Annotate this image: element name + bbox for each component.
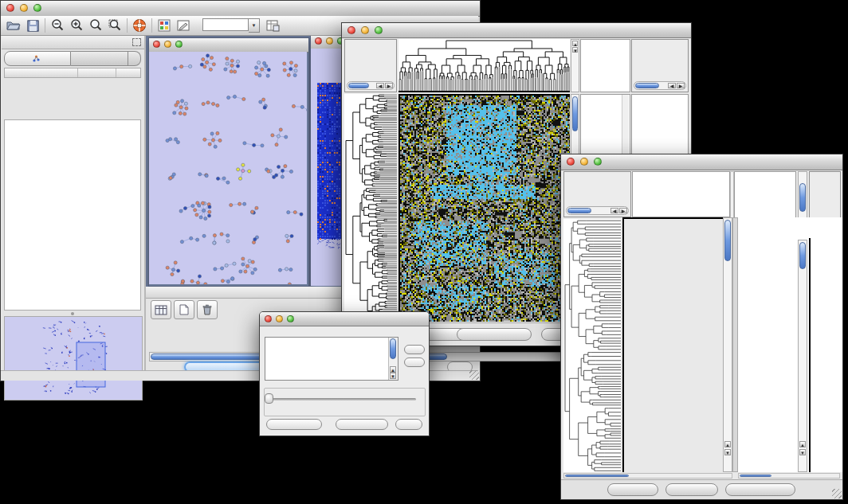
minimize-icon[interactable] xyxy=(361,26,369,34)
new-attribute-icon[interactable] xyxy=(174,300,194,319)
scroll-left-icon[interactable]: ◀ xyxy=(376,83,384,88)
tv2-zoom-hscrollbar[interactable] xyxy=(738,473,840,479)
tv1-row-dendrogram[interactable] xyxy=(344,94,397,322)
done-button[interactable] xyxy=(395,419,422,430)
tv1-hints-scrollbar[interactable]: ◀ ▶ xyxy=(634,81,686,90)
move-down-button[interactable] xyxy=(404,357,425,367)
birdseye-view[interactable] xyxy=(4,316,143,400)
tv2-column-dendrogram[interactable] xyxy=(632,171,730,217)
network-list-empty-area[interactable] xyxy=(4,119,141,311)
minimize-icon[interactable] xyxy=(326,37,333,45)
speed-slider-thumb[interactable] xyxy=(265,393,273,404)
main-titlebar[interactable] xyxy=(1,1,480,17)
close-icon[interactable] xyxy=(6,4,14,12)
tv2-pane-divider[interactable] xyxy=(732,217,738,472)
close-icon[interactable] xyxy=(265,315,272,322)
help-lifering-icon[interactable] xyxy=(130,17,149,34)
minimize-icon[interactable] xyxy=(164,41,171,48)
scroll-right-icon[interactable]: ▶ xyxy=(385,83,393,88)
delete-attribute-trash-icon[interactable] xyxy=(197,300,218,319)
treeview1-titlebar[interactable] xyxy=(342,23,691,38)
vscroll-thumb[interactable] xyxy=(799,242,806,269)
attribute-list-scrollbar[interactable]: ▲ ▼ xyxy=(388,338,398,380)
scroll-down-icon[interactable]: ▼ xyxy=(799,449,806,455)
scroll-right-icon[interactable]: ▶ xyxy=(619,208,627,213)
vscroll-thumb[interactable] xyxy=(799,183,806,212)
close-icon[interactable] xyxy=(153,41,160,48)
network-view-titlebar[interactable] xyxy=(149,38,308,53)
dialog-titlebar[interactable] xyxy=(260,312,429,326)
save-data-button[interactable] xyxy=(665,483,718,496)
col-edges[interactable] xyxy=(116,68,140,77)
tv2-zoom-heatmap[interactable] xyxy=(738,240,797,472)
annotation-icon[interactable] xyxy=(174,17,193,34)
open-folder-icon[interactable] xyxy=(4,17,23,34)
network-table-icon[interactable] xyxy=(263,17,282,34)
zoom-fit-icon[interactable] xyxy=(86,17,105,34)
tv2-row-dendrogram[interactable] xyxy=(563,219,621,472)
export-graphics-button[interactable] xyxy=(725,483,795,496)
scroll-right-icon[interactable]: ▶ xyxy=(677,83,685,88)
col-network[interactable] xyxy=(5,68,78,77)
zoom-window-icon[interactable] xyxy=(375,26,383,34)
save-icon[interactable] xyxy=(23,17,42,34)
scroll-up-icon[interactable]: ▲ xyxy=(572,41,578,46)
settings-button[interactable] xyxy=(607,483,658,496)
search-dropdown-arrow-icon[interactable]: ▼ xyxy=(249,18,260,33)
scroll-up-icon[interactable]: ▲ xyxy=(799,441,806,447)
move-up-button[interactable] xyxy=(404,345,425,354)
scroll-up-icon[interactable]: ▲ xyxy=(724,441,731,447)
tab-overflow-arrow[interactable] xyxy=(128,51,141,66)
minimize-icon[interactable] xyxy=(276,315,283,322)
tv2-zoom-scrollbar[interactable]: ▲ ▼ xyxy=(798,240,807,472)
tv1-column-dendrogram[interactable] xyxy=(398,39,570,92)
export-graphics-button[interactable] xyxy=(457,328,532,341)
tv2-hscrollbar[interactable] xyxy=(563,473,732,479)
tab-vizmapper[interactable] xyxy=(71,51,128,66)
scroll-down-icon[interactable]: ▼ xyxy=(572,47,578,53)
network-canvas[interactable] xyxy=(149,52,307,284)
scroll-left-icon[interactable]: ◀ xyxy=(610,208,618,213)
search-input[interactable] xyxy=(202,18,249,31)
zoom-window-icon[interactable] xyxy=(287,315,294,322)
minimize-icon[interactable] xyxy=(20,4,28,12)
scroll-down-icon[interactable]: ▼ xyxy=(724,449,731,455)
zoom-selected-icon[interactable] xyxy=(105,17,124,34)
select-attributes-icon[interactable] xyxy=(151,300,171,319)
vscroll-thumb[interactable] xyxy=(572,96,578,131)
zoom-window-icon[interactable] xyxy=(33,4,41,12)
tv2-status-scrollbar[interactable]: ◀ ▶ xyxy=(566,206,629,215)
animate-vizmap-button[interactable] xyxy=(266,419,322,430)
float-panel-icon[interactable] xyxy=(132,38,141,46)
tv1-col-scrollbar[interactable]: ▲ ▼ xyxy=(571,39,579,92)
close-icon[interactable] xyxy=(347,26,355,34)
tv1-correlation-matrix[interactable] xyxy=(582,97,620,135)
scroll-up-icon[interactable]: ▲ xyxy=(390,366,396,373)
col-nodes[interactable] xyxy=(78,68,116,77)
tv1-heatmap[interactable] xyxy=(398,94,570,322)
resize-grip[interactable] xyxy=(832,489,842,498)
zoom-window-icon[interactable] xyxy=(175,41,183,48)
vizmapper-palette-icon[interactable] xyxy=(155,17,174,34)
resize-grip[interactable] xyxy=(469,370,479,380)
zoom-in-icon[interactable] xyxy=(67,17,86,34)
zoom-window-icon[interactable] xyxy=(594,158,602,166)
vscroll-thumb[interactable] xyxy=(724,220,731,261)
data-panel-toolbar xyxy=(151,300,218,319)
zoom-out-icon[interactable] xyxy=(48,17,67,34)
close-icon[interactable] xyxy=(567,158,575,166)
treeview2-titlebar[interactable] xyxy=(561,154,842,170)
close-icon[interactable] xyxy=(315,37,322,45)
panel-splitter[interactable] xyxy=(4,311,141,315)
create-vizmap-button[interactable] xyxy=(336,419,388,430)
tv1-status-scrollbar[interactable]: ◀ ▶ xyxy=(347,81,395,90)
scroll-down-icon[interactable]: ▼ xyxy=(390,373,396,379)
tv2-heatmap[interactable] xyxy=(622,217,723,472)
tv2-heat-vscrollbar[interactable]: ▲ ▼ xyxy=(723,217,732,472)
tab-network[interactable] xyxy=(4,51,71,66)
scroll-left-icon[interactable]: ◀ xyxy=(668,83,676,88)
attribute-list[interactable]: ▲ ▼ xyxy=(265,337,398,381)
vscroll-thumb[interactable] xyxy=(390,338,396,359)
minimize-icon[interactable] xyxy=(580,158,588,166)
speed-slider-track[interactable] xyxy=(273,398,416,400)
